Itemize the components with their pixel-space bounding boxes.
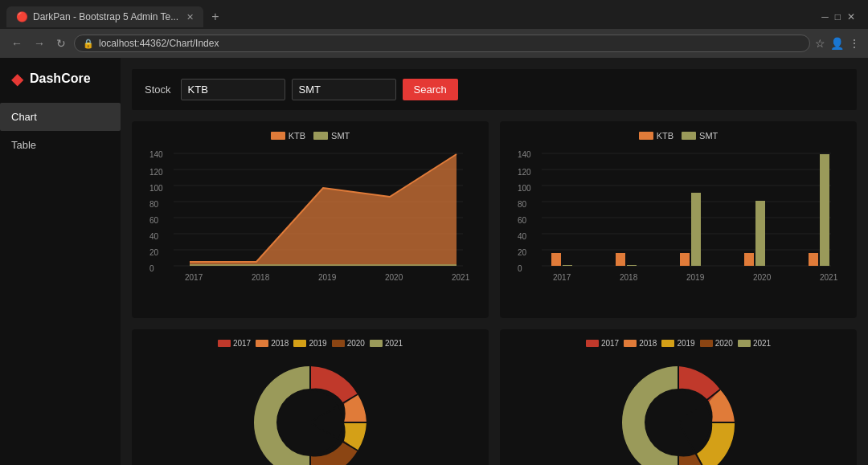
sidebar-label-chart: Chart	[11, 111, 37, 123]
svg-text:120: 120	[518, 168, 531, 177]
search-button[interactable]: Search	[403, 79, 458, 100]
bar-chart-legend: KTB SMT	[510, 131, 847, 141]
bar-legend-ktb-color	[639, 132, 653, 140]
svg-rect-42	[627, 265, 637, 266]
donut-ktb-legend-2020: 2020	[332, 339, 365, 348]
legend-smt-label: SMT	[331, 131, 350, 141]
donut-smt-2019-color	[661, 340, 674, 347]
svg-text:40: 40	[149, 232, 159, 241]
url-text: localhost:44362/Chart/Index	[99, 38, 219, 49]
bar-legend-smt-color	[682, 132, 696, 140]
svg-text:2018: 2018	[252, 273, 270, 282]
svg-rect-39	[551, 253, 561, 266]
donut-ktb-legend-2021: 2021	[370, 339, 403, 348]
menu-button[interactable]: ⋮	[849, 37, 860, 50]
svg-text:20: 20	[149, 248, 159, 257]
logo: ◆ DashCore	[0, 58, 121, 100]
svg-text:2019: 2019	[686, 273, 705, 282]
area-chart-card: KTB SMT 140 120 100 80 60 40	[132, 121, 489, 318]
legend-ktb-color	[271, 132, 285, 140]
forward-button[interactable]: →	[31, 35, 48, 51]
svg-text:2018: 2018	[620, 273, 638, 282]
address-bar[interactable]: 🔒 localhost:44362/Chart/Index	[74, 35, 810, 52]
lock-icon: 🔒	[83, 39, 94, 49]
svg-text:140: 140	[149, 150, 163, 159]
svg-text:0: 0	[518, 264, 522, 273]
bar-legend-ktb: KTB	[639, 131, 674, 141]
charts-grid: KTB SMT 140 120 100 80 60 40	[132, 121, 857, 465]
nav-actions: ☆ 👤 ⋮	[815, 37, 860, 50]
bar-legend-smt: SMT	[682, 131, 718, 141]
svg-text:140: 140	[518, 150, 531, 159]
donut-smt-legend: 2017 2018 2019 2020	[510, 339, 847, 348]
svg-rect-48	[820, 154, 829, 266]
svg-text:0: 0	[149, 264, 154, 273]
svg-text:2017: 2017	[185, 273, 203, 282]
minimize-button[interactable]: ─	[821, 11, 829, 22]
donut-smt-2018-color	[624, 340, 637, 347]
svg-rect-40	[563, 265, 572, 266]
logo-text: DashCore	[30, 71, 91, 86]
area-chart-area: 140 120 100 80 60 40 20 0	[141, 145, 479, 308]
donut-ktb-legend-2018: 2018	[256, 339, 289, 348]
svg-text:100: 100	[518, 184, 531, 193]
profile-button[interactable]: 👤	[830, 37, 844, 50]
sidebar-label-table: Table	[11, 139, 36, 151]
svg-marker-16	[190, 154, 457, 266]
stock-input-2[interactable]	[292, 79, 396, 100]
bar-chart-area: 140 120 100 80 60 40 20 0	[510, 145, 847, 308]
bookmark-button[interactable]: ☆	[815, 37, 825, 50]
svg-text:2020: 2020	[385, 273, 403, 282]
donut-ktb-2020-color	[332, 340, 345, 347]
donut-ktb-2021-color	[370, 340, 383, 347]
donut-smt-legend-2019: 2019	[661, 339, 694, 348]
back-button[interactable]: ←	[8, 35, 26, 51]
svg-text:2017: 2017	[553, 273, 571, 282]
donut-smt-2020-color	[700, 340, 713, 347]
sidebar-nav: Chart Table	[0, 103, 121, 159]
svg-rect-46	[755, 201, 765, 266]
donut-ktb-chart	[141, 354, 479, 465]
svg-text:2019: 2019	[318, 273, 337, 282]
reload-button[interactable]: ↻	[53, 35, 69, 51]
sidebar: ◆ DashCore Chart Table	[0, 58, 121, 465]
sidebar-item-chart[interactable]: Chart	[0, 103, 121, 131]
new-tab-button[interactable]: +	[207, 8, 223, 26]
svg-text:40: 40	[518, 232, 527, 241]
sidebar-item-table[interactable]: Table	[0, 131, 121, 159]
svg-text:2021: 2021	[452, 273, 470, 282]
donut-ktb-2019-color	[293, 340, 306, 347]
main-content: Stock Search KTB SMT	[121, 58, 868, 465]
tab-title: DarkPan - Bootstrap 5 Admin Te...	[33, 11, 178, 22]
logo-icon: ◆	[11, 69, 23, 88]
area-chart-legend: KTB SMT	[141, 131, 479, 141]
maximize-button[interactable]: □	[835, 11, 841, 22]
svg-text:2020: 2020	[753, 273, 772, 282]
tab-favicon: 🔴	[16, 11, 28, 22]
tab-close-button[interactable]: ✕	[186, 12, 194, 22]
tab-bar: 🔴 DarkPan - Bootstrap 5 Admin Te... ✕ + …	[0, 0, 868, 29]
donut-smt-card: 2017 2018 2019 2020	[500, 329, 857, 465]
donut-smt-legend-2018: 2018	[624, 339, 657, 348]
svg-rect-45	[744, 253, 754, 266]
svg-rect-44	[691, 193, 701, 266]
bar-legend-ktb-label: KTB	[657, 131, 674, 141]
legend-smt-color	[313, 132, 328, 140]
donut-smt-chart	[510, 354, 847, 465]
stock-input-1[interactable]	[181, 79, 285, 100]
browser-tab[interactable]: 🔴 DarkPan - Bootstrap 5 Admin Te... ✕	[6, 6, 203, 27]
svg-text:120: 120	[149, 168, 163, 177]
svg-rect-41	[616, 253, 625, 266]
donut-ktb-2018-color	[256, 340, 268, 347]
donut-ktb-legend-2017: 2017	[218, 339, 251, 348]
svg-rect-47	[809, 253, 818, 266]
legend-ktb-label: KTB	[289, 131, 305, 141]
svg-text:20: 20	[518, 248, 527, 257]
close-window-button[interactable]: ✕	[847, 11, 855, 22]
donut-ktb-2017-color	[218, 340, 231, 347]
search-label: Stock	[145, 84, 171, 96]
legend-ktb: KTB	[271, 131, 305, 141]
svg-text:100: 100	[149, 184, 163, 193]
svg-text:60: 60	[518, 216, 527, 225]
donut-smt-2021-color	[738, 340, 751, 347]
